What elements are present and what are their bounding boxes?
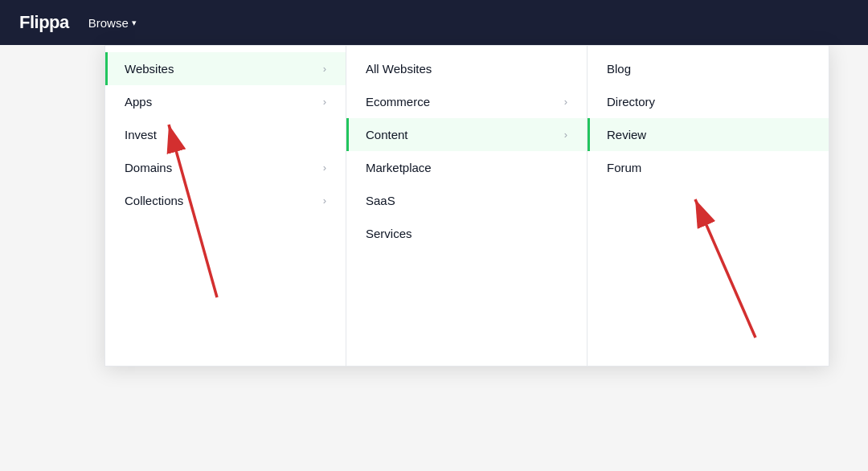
menu-item-label: Forum [607, 161, 641, 174]
chevron-down-icon: ▾ [132, 18, 137, 28]
menu-item-label: Websites [125, 62, 174, 76]
menu-item-label: Apps [125, 95, 152, 109]
menu-item-directory[interactable]: Directory [588, 85, 829, 118]
menu-item-content[interactable]: Content › [346, 118, 587, 151]
menu-item-domains[interactable]: Domains › [105, 151, 346, 184]
menu-item-label: All Websites [366, 62, 432, 76]
menu-item-label: Blog [607, 62, 631, 76]
chevron-right-icon: › [323, 96, 326, 108]
menu-item-marketplace[interactable]: Marketplace [346, 151, 587, 184]
chevron-right-icon: › [323, 162, 326, 174]
menu-item-saas[interactable]: SaaS [346, 184, 587, 217]
chevron-right-icon: › [564, 129, 567, 141]
menu-item-all-websites[interactable]: All Websites [346, 52, 587, 85]
menu-item-label: SaaS [366, 194, 395, 207]
menu-col-1: Websites › Apps › Invest Domains › Colle… [105, 46, 346, 366]
menu-item-label: Invest [125, 128, 157, 141]
menu-item-review[interactable]: Review [588, 118, 829, 151]
dropdown-menu: Websites › Apps › Invest Domains › Colle… [104, 45, 829, 367]
browse-button[interactable]: Browse ▾ [88, 16, 137, 30]
chevron-right-icon: › [323, 195, 326, 207]
menu-item-forum[interactable]: Forum [588, 151, 829, 184]
menu-col-2: All Websites Ecommerce › Content › Marke… [346, 46, 588, 366]
logo[interactable]: Flippa [19, 12, 69, 33]
chevron-right-icon: › [564, 96, 567, 108]
menu-item-websites[interactable]: Websites › [105, 52, 346, 85]
menu-item-label: Marketplace [366, 161, 432, 174]
menu-item-collections[interactable]: Collections › [105, 184, 346, 217]
menu-item-invest[interactable]: Invest [105, 118, 346, 151]
menu-item-blog[interactable]: Blog [588, 52, 829, 85]
chevron-right-icon: › [323, 63, 326, 75]
menu-item-label: Directory [607, 95, 655, 109]
menu-item-ecommerce[interactable]: Ecommerce › [346, 85, 587, 118]
menu-item-label: Collections [125, 194, 183, 207]
navbar: Flippa Browse ▾ [0, 0, 868, 45]
menu-item-label: Review [607, 128, 646, 141]
menu-item-label: Domains [125, 161, 172, 174]
menu-item-apps[interactable]: Apps › [105, 85, 346, 118]
menu-item-services[interactable]: Services [346, 217, 587, 250]
menu-item-label: Services [366, 227, 412, 240]
menu-item-label: Ecommerce [366, 95, 430, 109]
menu-col-3: Blog Directory Review Forum [588, 46, 829, 366]
menu-item-label: Content [366, 128, 408, 141]
